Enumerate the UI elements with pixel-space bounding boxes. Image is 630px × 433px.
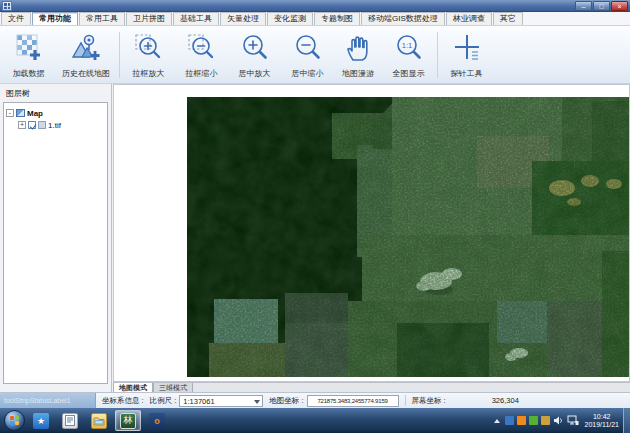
coord-sys-label: 坐标系信息 : (102, 396, 144, 406)
toolbar-label: 全图显示 (393, 68, 425, 79)
title-bar[interactable]: – □ × (0, 0, 630, 12)
box-zoom-out-button[interactable]: 拉框缩小 (175, 28, 228, 82)
show-desktop-button[interactable] (623, 408, 630, 433)
center-zoom-out-button[interactable]: 居中缩小 (281, 28, 334, 82)
center-zoom-in-button[interactable]: 居中放大 (228, 28, 281, 82)
tray-expand-icon[interactable] (494, 419, 500, 423)
scale-label: 比例尺 : (150, 396, 177, 406)
start-button[interactable] (4, 410, 25, 431)
full-extent-ratio-text: 1:1 (401, 41, 411, 50)
volume-icon[interactable] (553, 415, 564, 426)
map-coord-value: 721875.3483,2455774.9159 (307, 395, 399, 407)
tray-app-icon-blue[interactable] (505, 416, 514, 425)
probe-tool-icon (451, 31, 483, 65)
tab-thematic-mapping[interactable]: 专题制图 (314, 12, 360, 25)
chevron-down-icon (254, 400, 260, 404)
taskbar-app-explorer[interactable] (86, 410, 112, 431)
expand-icon[interactable]: + (18, 121, 26, 129)
maximize-button[interactable]: □ (593, 1, 610, 11)
toolbar-separator (437, 32, 438, 78)
tab-common-functions[interactable]: 常用功能 (32, 12, 78, 25)
tab-satellite-mosaic[interactable]: 卫片拼图 (126, 12, 172, 25)
status-separator (405, 395, 406, 406)
layer-panel: 图层树 - Map + 1.tif (0, 84, 112, 392)
layer-tree[interactable]: - Map + 1.tif (3, 102, 108, 384)
center-zoom-out-icon (293, 31, 323, 65)
toolbar-label: 地图漫游 (342, 68, 374, 79)
taskbar-app-notepad[interactable] (57, 410, 83, 431)
satellite-map-image (114, 85, 629, 381)
status-placeholder-label: toolStripStatusLabel1 (0, 393, 96, 408)
toolbar-label: 历史在线地图 (62, 68, 110, 79)
load-data-icon (14, 31, 44, 65)
box-zoom-in-icon (134, 31, 164, 65)
tray-app-icon-orange[interactable] (517, 416, 526, 425)
map-node-label: Map (27, 109, 43, 118)
map-coord-label: 地图坐标 : (269, 396, 303, 406)
ribbon-tab-bar: 文件 常用功能 常用工具 卫片拼图 基础工具 矢量处理 变化监测 专题制图 移动… (0, 12, 630, 26)
layer-visibility-checkbox[interactable] (28, 121, 36, 129)
tab-basic-tools[interactable]: 基础工具 (173, 12, 219, 25)
folder-icon (91, 413, 107, 429)
layer-node-label: 1.tif (48, 121, 61, 130)
tree-node-map[interactable]: - Map (6, 107, 105, 119)
load-data-button[interactable]: 加载数据 (2, 28, 55, 82)
forest-gis-icon: 林 (120, 413, 136, 429)
tray-app-icon-yellow[interactable] (541, 416, 550, 425)
box-zoom-in-button[interactable]: 拉框放大 (122, 28, 175, 82)
taskbar-clock[interactable]: 10:42 2019/11/21 (584, 413, 619, 429)
tree-node-layer[interactable]: + 1.tif (6, 119, 105, 131)
history-online-map-icon (70, 31, 102, 65)
map-icon (16, 109, 25, 117)
toolbar-label: 拉框缩小 (186, 68, 218, 79)
full-extent-button[interactable]: 1:1 全图显示 (382, 28, 435, 82)
toolbar-separator (119, 32, 120, 78)
pan-hand-icon (343, 31, 373, 65)
toolbar: 加载数据 历史在线地图 (0, 26, 630, 84)
notepad-icon (62, 413, 78, 429)
center-zoom-in-icon (240, 31, 270, 65)
screen-coord-label: 屏幕坐标 : (412, 396, 446, 406)
toolbar-label: 居中缩小 (292, 68, 324, 79)
status-bar: toolStripStatusLabel1 坐标系信息 : 比例尺 : 1:13… (0, 392, 630, 408)
tab-common-tools[interactable]: 常用工具 (79, 12, 125, 25)
toolbar-label: 居中放大 (239, 68, 271, 79)
network-icon[interactable] (567, 415, 579, 426)
close-button[interactable]: × (611, 1, 628, 11)
tab-file[interactable]: 文件 (1, 12, 31, 25)
taskbar-app-orange-o[interactable]: o (144, 410, 170, 431)
windows-taskbar: ★ 林 o (0, 408, 630, 433)
pan-button[interactable]: 地图漫游 (334, 28, 382, 82)
tab-vector-processing[interactable]: 矢量处理 (220, 12, 266, 25)
raster-layer-icon (38, 121, 46, 129)
taskbar-app-forest-gis[interactable]: 林 (115, 410, 141, 431)
toolbar-label: 拉框放大 (133, 68, 165, 79)
probe-tool-button[interactable]: 探针工具 (440, 28, 493, 82)
clock-date: 2019/11/21 (584, 421, 619, 429)
collapse-icon[interactable]: - (6, 109, 14, 117)
scale-value: 1:137061 (183, 397, 214, 406)
minimize-button[interactable]: – (575, 1, 592, 11)
tab-mobile-gis-data[interactable]: 移动端GIS数据处理 (361, 12, 445, 25)
system-tray: 10:42 2019/11/21 (494, 408, 630, 433)
full-extent-icon: 1:1 (394, 31, 424, 65)
scale-select[interactable]: 1:137061 (179, 395, 263, 407)
tray-app-icon-green[interactable] (529, 416, 538, 425)
app-window: – □ × 文件 常用功能 常用工具 卫片拼图 基础工具 矢量处理 变化监测 专… (0, 0, 630, 433)
toolbar-label: 探针工具 (451, 68, 483, 79)
box-zoom-out-icon (187, 31, 217, 65)
toolbar-label: 加载数据 (13, 68, 45, 79)
orange-o-icon: o (149, 413, 165, 429)
taskbar-app-browser[interactable]: ★ (28, 410, 54, 431)
tab-forestry-survey[interactable]: 林业调查 (446, 12, 492, 25)
clock-time: 10:42 (584, 413, 619, 421)
screen-coord-value: 326,304 (492, 396, 519, 405)
browser-star-icon: ★ (33, 413, 49, 429)
map-canvas[interactable] (113, 84, 630, 382)
history-online-map-button[interactable]: 历史在线地图 (55, 28, 117, 82)
tab-other[interactable]: 其它 (493, 12, 523, 25)
layer-panel-title: 图层树 (0, 84, 111, 102)
map-mode-tab-bar: 地图模式 三维模式 (113, 382, 630, 392)
app-grid-icon (2, 1, 12, 11)
tab-change-monitoring[interactable]: 变化监测 (267, 12, 313, 25)
